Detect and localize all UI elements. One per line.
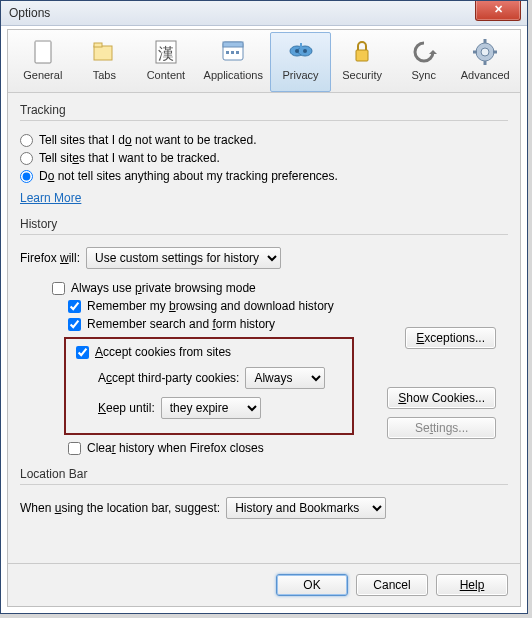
svg-rect-8 <box>223 42 243 47</box>
private-browsing-checkbox[interactable] <box>52 282 65 295</box>
tab-label: Sync <box>394 69 454 81</box>
cancel-button[interactable]: Cancel <box>356 574 428 596</box>
tracking-dnt-off-radio[interactable] <box>20 152 33 165</box>
keep-until-row: Keep until: they expire <box>98 397 342 419</box>
show-cookies-button[interactable]: Show Cookies... <box>387 387 496 409</box>
location-bar-label: When using the location bar, suggest: <box>20 501 220 515</box>
svg-marker-18 <box>429 50 437 54</box>
svg-rect-3 <box>94 46 112 60</box>
svg-rect-9 <box>226 51 229 54</box>
third-party-label: Accept third-party cookies: <box>98 371 239 385</box>
tab-advanced[interactable]: Advanced <box>454 32 516 92</box>
window-title: Options <box>9 6 50 20</box>
tracking-learn-more-link[interactable]: Learn More <box>20 191 508 205</box>
third-party-row: Accept third-party cookies: Always <box>98 367 342 389</box>
svg-point-15 <box>303 49 307 53</box>
svg-rect-11 <box>236 51 239 54</box>
tab-label: Security <box>332 69 392 81</box>
clear-on-close-check[interactable]: Clear history when Firefox closes <box>68 441 508 455</box>
tab-label: Content <box>136 69 196 81</box>
tab-sync[interactable]: Sync <box>393 32 455 92</box>
tab-general[interactable]: General <box>12 32 74 92</box>
location-bar-row: When using the location bar, suggest: Hi… <box>20 497 508 519</box>
history-section: Firefox will: Use custom settings for hi… <box>20 234 508 455</box>
tab-label: Privacy <box>271 69 331 81</box>
svg-rect-16 <box>300 43 302 48</box>
accept-cookies-check[interactable]: Accept cookies from sites <box>76 345 342 359</box>
close-button[interactable]: ✕ <box>475 0 521 21</box>
tracking-dnt-none-radio[interactable] <box>20 170 33 183</box>
accept-cookies-checkbox[interactable] <box>76 346 89 359</box>
svg-point-20 <box>481 48 489 56</box>
history-mode-row: Firefox will: Use custom settings for hi… <box>20 247 508 269</box>
tab-label: Advanced <box>455 69 515 81</box>
titlebar: Options ✕ <box>1 1 527 26</box>
tab-label: Tabs <box>75 69 135 81</box>
remember-form-checkbox[interactable] <box>68 318 81 331</box>
tab-label: General <box>13 69 73 81</box>
tab-security[interactable]: Security <box>331 32 393 92</box>
tab-applications[interactable]: Applications <box>197 32 270 92</box>
svg-point-14 <box>295 49 299 53</box>
help-button[interactable]: Help <box>436 574 508 596</box>
history-title: History <box>20 217 508 231</box>
client-area: General Tabs 漢 Content Applications Priv… <box>7 29 521 607</box>
cookie-highlight-box: Accept cookies from sites Accept third-p… <box>64 337 354 435</box>
tracking-dnt-off[interactable]: Tell sites that I want to be tracked. <box>20 151 508 165</box>
location-bar-select[interactable]: History and Bookmarks <box>226 497 386 519</box>
remember-browsing-check[interactable]: Remember my browsing and download histor… <box>68 299 508 313</box>
history-mode-select[interactable]: Use custom settings for history <box>86 247 281 269</box>
keep-until-label: Keep until: <box>98 401 155 415</box>
third-party-select[interactable]: Always <box>245 367 325 389</box>
options-window: Options ✕ General Tabs 漢 Content Applica… <box>0 0 528 614</box>
svg-rect-0 <box>35 41 51 63</box>
tab-tabs[interactable]: Tabs <box>74 32 136 92</box>
keep-until-select[interactable]: they expire <box>161 397 261 419</box>
clear-on-close-checkbox[interactable] <box>68 442 81 455</box>
history-will-label: Firefox will: <box>20 251 80 265</box>
location-bar-section: When using the location bar, suggest: Hi… <box>20 484 508 519</box>
svg-rect-10 <box>231 51 234 54</box>
svg-rect-17 <box>356 50 368 61</box>
privacy-panel: Tracking Tell sites that I do not want t… <box>8 93 520 533</box>
tab-privacy[interactable]: Privacy <box>270 32 332 92</box>
category-toolbar: General Tabs 漢 Content Applications Priv… <box>8 30 520 93</box>
dialog-footer: OK Cancel Help <box>8 563 520 606</box>
settings-button[interactable]: Settings... <box>387 417 496 439</box>
location-bar-title: Location Bar <box>20 467 508 481</box>
private-browsing-check[interactable]: Always use private browsing mode <box>52 281 508 295</box>
svg-rect-4 <box>94 43 102 47</box>
svg-text:漢: 漢 <box>158 45 174 62</box>
remember-browsing-checkbox[interactable] <box>68 300 81 313</box>
tab-label: Applications <box>198 69 269 81</box>
ok-button[interactable]: OK <box>276 574 348 596</box>
tracking-section: Tell sites that I do not want to be trac… <box>20 120 508 205</box>
tracking-title: Tracking <box>20 103 508 117</box>
exceptions-button[interactable]: Exceptions... <box>405 327 496 349</box>
tab-content[interactable]: 漢 Content <box>135 32 197 92</box>
tracking-dnt-on-radio[interactable] <box>20 134 33 147</box>
tracking-dnt-none[interactable]: Do not tell sites anything about my trac… <box>20 169 508 183</box>
tracking-dnt-on[interactable]: Tell sites that I do not want to be trac… <box>20 133 508 147</box>
